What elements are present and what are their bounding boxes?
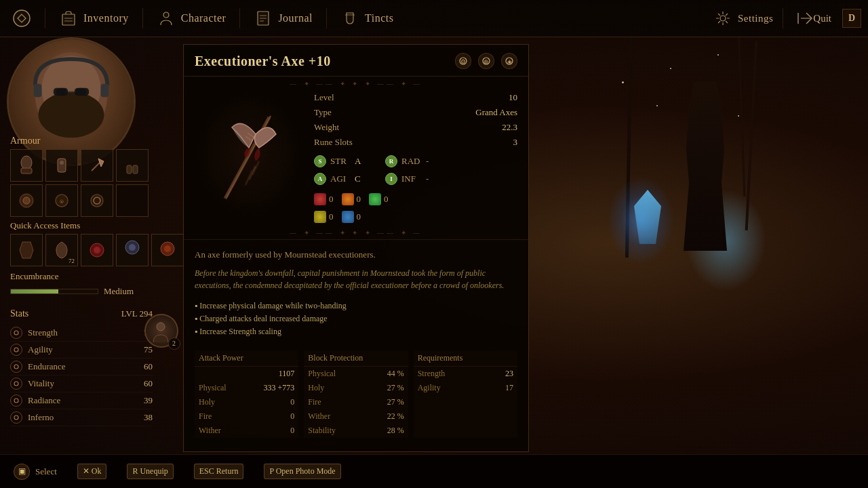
item-icon-btn-3[interactable]: ◈ (501, 53, 517, 69)
requirements-header: Requirements (414, 350, 517, 367)
bp-fire-row: Fire 27 % (304, 395, 408, 409)
bp-physical-val: 44 % (387, 369, 404, 379)
nav-quit-label: Quit (813, 13, 831, 24)
str-scaling: S STR A (314, 154, 372, 169)
damage-icons-row-1: 0 0 0 (314, 190, 517, 208)
bp-physical-row: Physical 44 % (304, 367, 408, 381)
svg-point-45 (14, 399, 18, 403)
holy-dmg-val: 0 (384, 194, 389, 205)
item-icon-btn-2[interactable]: ⊕ (478, 53, 494, 69)
stats-rows: Strength 75 Agility 75 Endur (10, 325, 153, 426)
ap-wither-row: Wither 0 (195, 424, 298, 438)
fire-dmg-val: 0 (357, 194, 361, 205)
stat-name-vitality: Vitality (28, 378, 54, 389)
nav-item-settings[interactable]: Settings (707, 9, 780, 28)
armor-slot-7[interactable] (81, 184, 113, 217)
armor-slot-3[interactable] (81, 149, 113, 182)
nav-item-journal[interactable]: Journal (241, 9, 325, 28)
svg-rect-1 (62, 14, 75, 25)
photo-key-icon: P Open Photo Mode (264, 464, 340, 479)
encumbrance-fill (11, 289, 58, 293)
item-rune-slots-val: 3 (513, 137, 518, 148)
nav-item-character[interactable]: Character (144, 9, 239, 28)
quick-slot-5[interactable] (151, 234, 184, 266)
light-dmg-val: 0 (329, 211, 334, 222)
dmg-light: 0 (314, 211, 334, 223)
action-return: ESC Return (194, 464, 244, 479)
encumbrance-bar (10, 289, 98, 294)
armor-slot-4[interactable] (116, 149, 149, 182)
quick-access-grid: 72 (10, 234, 184, 266)
str-grade: A (355, 156, 372, 167)
encumbrance-section: Encumbrance Medium (10, 271, 134, 297)
svg-text:⚙: ⚙ (460, 58, 466, 65)
svg-rect-28 (133, 165, 138, 174)
bp-fire-label: Fire (308, 397, 321, 407)
stat-icon-strength (10, 327, 22, 339)
item-title: Executioner's Axe +10 (195, 54, 331, 69)
encumbrance-label: Encumbrance (10, 271, 134, 282)
d-badge: D (842, 9, 861, 28)
nav-item-equipment[interactable] (0, 9, 43, 28)
str-icon: S (314, 155, 326, 167)
nav-quit-button[interactable]: Quit (786, 9, 840, 28)
light-dmg-icon (314, 211, 326, 223)
combat-stats: Attack Power 1107 Physical 333 +773 Holy… (184, 345, 528, 438)
block-protection-header: Block Protection (304, 350, 408, 367)
stat-value-endurance: 60 (144, 361, 153, 372)
ap-fire-label: Fire (199, 411, 212, 422)
ap-wither-val: 0 (290, 426, 294, 436)
quick-slot-1[interactable] (10, 234, 43, 266)
item-type-line: Type Grand Axes (314, 105, 517, 120)
quick-slot-4[interactable] (116, 234, 149, 266)
armor-grid: ⍟ (10, 149, 149, 217)
inf-name: INF (401, 174, 422, 184)
stat-name-radiance: Radiance (28, 395, 60, 406)
svg-point-25 (60, 161, 64, 165)
armor-slot-8[interactable] (116, 184, 149, 217)
armor-slot-6[interactable]: ⍟ (45, 184, 78, 217)
ap-fire-val: 0 (290, 411, 294, 422)
item-icon-btn-1[interactable]: ⚙ (455, 53, 471, 69)
quick-slot-3[interactable] (81, 234, 113, 266)
bp-holy-label: Holy (308, 383, 324, 393)
inf-val: - (426, 174, 429, 184)
ap-holy-val: 0 (290, 397, 294, 407)
stat-icon-vitality (10, 378, 22, 390)
bp-holy-row: Holy 27 % (304, 381, 408, 395)
nav-item-inventory[interactable]: Inventory (47, 9, 141, 28)
dmg-arc: 0 (342, 211, 361, 223)
armor-slot-2[interactable] (45, 149, 78, 182)
passive-list: ▪ Increase physical damage while two-han… (184, 300, 528, 345)
unequip-key-icon: R Unequip (127, 464, 173, 479)
item-weight-val: 22.3 (502, 122, 517, 133)
attack-power-header: Attack Power (195, 350, 298, 367)
armor-slot-1[interactable] (10, 149, 43, 182)
encumbrance-status: Medium (104, 286, 134, 297)
bp-wither-label: Wither (308, 411, 330, 422)
ap-holy-label: Holy (199, 397, 215, 407)
stat-icon-endurance (10, 361, 22, 373)
dmg-holy: 0 (369, 193, 389, 205)
block-protection-col: Block Protection Physical 44 % Holy 27 %… (304, 350, 408, 438)
agi-icon: A (314, 173, 326, 185)
attack-power-col: Attack Power 1107 Physical 333 +773 Holy… (195, 350, 298, 438)
phys-dmg-icon (314, 193, 326, 205)
armor-slot-5[interactable] (10, 184, 43, 217)
nav-item-tincts[interactable]: Tincts (328, 9, 406, 28)
bp-stability-val: 28 % (387, 426, 404, 436)
ornate-divider-mid: — ✦ —— ✦ ✦ ✦ —— ✦ — (184, 226, 528, 239)
stat-icon-inferno (10, 411, 22, 424)
quick-slot-2[interactable]: 72 (45, 234, 78, 266)
dmg-phys: 0 (314, 193, 334, 205)
svg-point-36 (94, 247, 100, 253)
svg-text:⊕: ⊕ (484, 58, 489, 65)
select-label: Select (35, 466, 57, 477)
action-unequip: R Unequip (127, 464, 173, 479)
bp-holy-val: 27 % (387, 383, 404, 393)
bp-stability-row: Stability 28 % (304, 424, 408, 438)
stats-section: Stats LVL 294 Strength 75 Ag (10, 308, 153, 426)
svg-point-0 (14, 10, 30, 26)
svg-point-46 (14, 415, 18, 420)
ap-physical-label: Physical (199, 383, 226, 393)
